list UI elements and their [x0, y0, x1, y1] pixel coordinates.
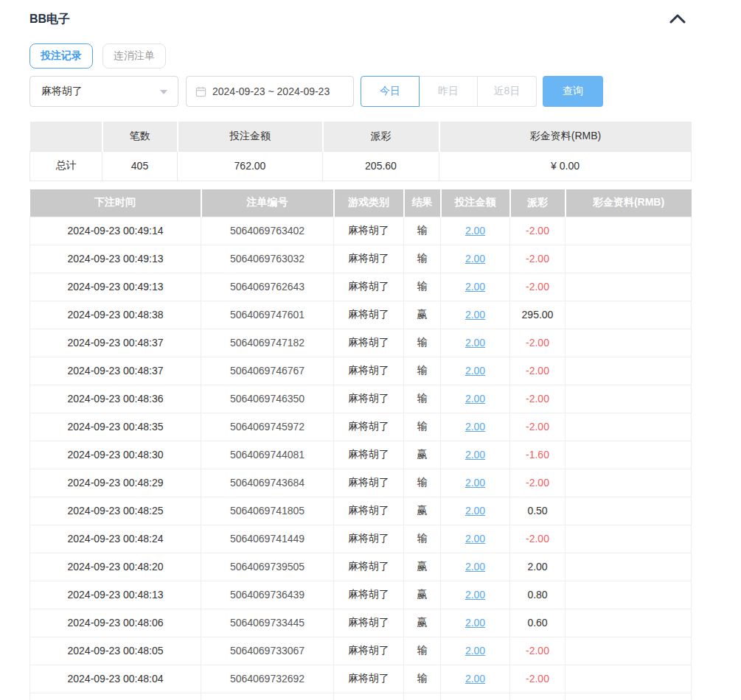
cell-bet-amount: 2.00 [441, 385, 510, 413]
cell-result: 输 [404, 357, 441, 385]
table-row: 2024-09-23 00:49:13 5064069763032 麻将胡了 输… [30, 245, 692, 273]
cell-order-id: 5064069741805 [201, 497, 334, 525]
cell-order-id: 5064069747601 [201, 301, 334, 329]
calendar-icon [195, 86, 206, 97]
bet-amount-link[interactable]: 2.00 [465, 337, 485, 349]
record-type-tabs: 投注记录 连消注单 [29, 43, 166, 69]
cell-payout: -1.60 [510, 441, 566, 469]
bet-amount-link[interactable]: 2.00 [465, 253, 485, 265]
records-header-time: 下注时间 [30, 189, 201, 217]
cell-order-id: 5064069733445 [201, 609, 334, 637]
summary-total-count: 405 [102, 151, 178, 181]
cell-order-id: 5064069732692 [201, 665, 334, 693]
search-button[interactable]: 查询 [543, 76, 603, 107]
records-header-payout: 派彩 [510, 189, 566, 217]
bet-amount-link[interactable]: 2.00 [465, 281, 485, 293]
records-header-bet: 投注金额 [441, 189, 510, 217]
cell-payout: 0.50 [510, 497, 566, 525]
bet-amount-link[interactable]: 2.00 [465, 561, 485, 573]
cell-result: 输 [404, 525, 441, 553]
bet-amount-link[interactable]: 2.00 [465, 309, 485, 321]
chevron-up-icon [669, 15, 686, 27]
cell-game-category: 麻将胡了 [334, 553, 404, 581]
records-header-bonus: 彩金资料(RMB) [566, 189, 692, 217]
cell-bonus [566, 553, 692, 581]
cell-payout: -2.00 [510, 469, 566, 497]
bet-amount-link[interactable]: 2.00 [465, 673, 485, 685]
cell-bonus [566, 441, 692, 469]
yesterday-button[interactable]: 昨日 [420, 76, 478, 107]
collapse-panel-button[interactable] [667, 12, 689, 28]
cell-order-id: 5064069747182 [201, 329, 334, 357]
cell-result: 输 [404, 665, 441, 693]
filter-bar: 麻将胡了 2024-09-23 ~ 2024-09-23 今日 昨日 近8日 查… [29, 76, 603, 107]
cell-bonus [566, 497, 692, 525]
cell-game-category: 麻将胡了 [334, 329, 404, 357]
tab-betting-records[interactable]: 投注记录 [29, 43, 93, 69]
bet-amount-link[interactable]: 2.00 [465, 225, 485, 237]
cell-game-category: 麻将胡了 [334, 357, 404, 385]
cell-bonus [566, 329, 692, 357]
table-row: 2024-09-23 00:48:35 5064069745972 麻将胡了 输… [30, 413, 692, 441]
cell-bet-amount: 2.00 [441, 525, 510, 553]
date-range-picker[interactable]: 2024-09-23 ~ 2024-09-23 [186, 76, 354, 107]
cell-bonus [566, 273, 692, 301]
summary-total-bonus: ¥ 0.00 [439, 151, 692, 181]
last-8-days-button[interactable]: 近8日 [478, 76, 537, 107]
table-row: 2024-09-23 00:48:13 5064069736439 麻将胡了 赢… [30, 581, 692, 609]
bet-amount-link[interactable]: 2.00 [465, 645, 485, 657]
cell-bonus [566, 581, 692, 609]
cell-order-id: 5064069744081 [201, 441, 334, 469]
bet-amount-link[interactable]: 2.00 [465, 449, 485, 461]
cell-bet-time: 2024-09-23 00:48:24 [30, 525, 201, 553]
bet-amount-link[interactable]: 2.00 [465, 477, 485, 489]
cell-bet-amount: 2.00 [441, 609, 510, 637]
cell-bet-amount: 2.00 [441, 469, 510, 497]
tab-cascading-bets[interactable]: 连消注单 [102, 43, 166, 69]
summary-table: 笔数 投注金额 派彩 彩金资料(RMB) 总计 405 762.00 205.6… [29, 122, 692, 181]
cell-game-category: 麻将胡了 [334, 665, 404, 693]
records-header-order-id: 注单编号 [201, 189, 334, 217]
cell-order-id: 5064069743684 [201, 469, 334, 497]
bet-amount-link[interactable]: 2.00 [465, 365, 485, 377]
cell-bet-time: 2024-09-23 00:49:13 [30, 273, 201, 301]
bet-amount-link[interactable]: 2.00 [465, 617, 485, 629]
summary-header-count: 笔数 [102, 122, 178, 151]
cell-payout: 0.60 [510, 609, 566, 637]
cell-game-category: 麻将胡了 [334, 217, 404, 245]
cell-bet-time: 2024-09-23 00:48:29 [30, 469, 201, 497]
cell-game-category: 麻将胡了 [334, 385, 404, 413]
cell-payout: 295.00 [510, 301, 566, 329]
cell-bet-amount: 2.00 [441, 217, 510, 245]
cell-payout: -2.00 [510, 637, 566, 665]
table-row: 2024-09-23 00:48:30 5064069744081 麻将胡了 赢… [30, 441, 692, 469]
bet-amount-link[interactable]: 2.00 [465, 533, 485, 545]
cell-result: 输 [404, 273, 441, 301]
table-row: 2024-09-23 00:48:06 5064069733445 麻将胡了 赢… [30, 609, 692, 637]
page-title: BB电子 [29, 12, 70, 27]
bet-amount-link[interactable]: 2.00 [465, 589, 485, 601]
cell-payout: -2.00 [510, 385, 566, 413]
game-select[interactable]: 麻将胡了 [29, 76, 178, 107]
records-body: 2024-09-23 00:49:14 5064069763402 麻将胡了 输… [30, 217, 692, 693]
cell-bonus [566, 217, 692, 245]
bet-amount-link[interactable]: 2.00 [465, 421, 485, 433]
betting-records-panel: BB电子 投注记录 连消注单 麻将胡了 2024-09-23 ~ 2024-09… [0, 0, 741, 700]
cell-bet-time: 2024-09-23 00:48:06 [30, 609, 201, 637]
cell-bet-amount: 2.00 [441, 329, 510, 357]
summary-total-label: 总计 [30, 151, 102, 181]
cell-bonus [566, 665, 692, 693]
bet-amount-link[interactable]: 2.00 [465, 393, 485, 405]
cell-order-id: 5064069746350 [201, 385, 334, 413]
cell-bet-time: 2024-09-23 00:48:25 [30, 497, 201, 525]
cell-game-category: 麻将胡了 [334, 413, 404, 441]
table-row: 2024-09-23 00:48:04 5064069732692 麻将胡了 输… [30, 665, 692, 693]
today-button[interactable]: 今日 [361, 76, 420, 107]
bet-amount-link[interactable]: 2.00 [465, 505, 485, 517]
summary-header-row: 笔数 投注金额 派彩 彩金资料(RMB) [30, 122, 692, 151]
cell-result: 赢 [404, 609, 441, 637]
summary-header-payout: 派彩 [323, 122, 439, 151]
cell-result: 输 [404, 217, 441, 245]
cell-bet-time: 2024-09-23 00:48:37 [30, 329, 201, 357]
cell-bet-amount: 2.00 [441, 581, 510, 609]
